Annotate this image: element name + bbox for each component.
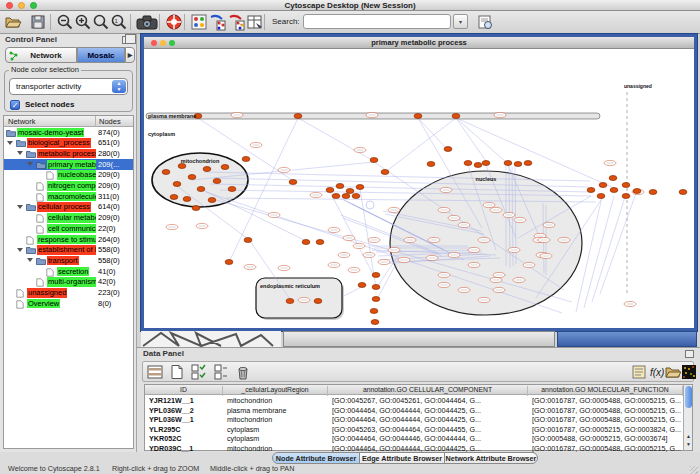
- search-config-icon[interactable]: [476, 13, 494, 31]
- node[interactable]: [192, 206, 200, 211]
- edge[interactable]: [592, 197, 625, 302]
- tree-row-label[interactable]: secretion: [57, 267, 89, 277]
- column-header[interactable]: _cellularLayoutRegion: [223, 386, 328, 396]
- expand-arrow-icon[interactable]: [17, 151, 23, 155]
- node[interactable]: [444, 147, 452, 152]
- tree-row-label[interactable]: nucleobase-: [57, 170, 96, 180]
- table-row[interactable]: YPL036W__1mitochondrion[GO:0044464, GO:0…: [145, 415, 683, 425]
- combobox-stepper[interactable]: ▲▼: [112, 80, 126, 93]
- node[interactable]: [208, 198, 216, 203]
- cell-region[interactable]: plasma membrane: [227, 406, 326, 416]
- tree-row[interactable]: transport558(0): [4, 255, 133, 266]
- node[interactable]: [464, 161, 472, 166]
- node[interactable]: [244, 238, 252, 243]
- background-window-middle[interactable]: [283, 331, 555, 347]
- node[interactable]: [352, 194, 360, 199]
- tree-row-label[interactable]: Overview: [27, 299, 60, 309]
- node[interactable]: [286, 299, 294, 304]
- tree-row[interactable]: unassigned223(0): [4, 288, 133, 299]
- node[interactable]: [326, 188, 334, 193]
- node[interactable]: [197, 187, 205, 192]
- tree-row-label[interactable]: biological_process: [27, 138, 91, 148]
- node[interactable]: [336, 184, 344, 189]
- tree-row[interactable]: secretion41(0): [4, 266, 133, 277]
- node[interactable]: [414, 114, 422, 119]
- tree-row-label[interactable]: metabolic process: [37, 149, 96, 159]
- tree-row[interactable]: establishment of lo558(0): [4, 245, 133, 256]
- node[interactable]: [170, 195, 178, 200]
- tree-row[interactable]: multi-organism pro42(0): [4, 277, 133, 288]
- tree-row[interactable]: Overview8(0): [4, 298, 133, 309]
- save-icon[interactable]: [29, 13, 47, 31]
- snapshot-icon[interactable]: [136, 13, 154, 31]
- node[interactable]: [372, 273, 380, 278]
- cell-mf[interactable]: [GO:0005488, GO:0005215, GO:0003674]: [532, 434, 681, 444]
- background-window-left[interactable]: [141, 331, 281, 347]
- open-icon[interactable]: [4, 13, 22, 31]
- search-input[interactable]: [303, 14, 451, 29]
- node[interactable]: [474, 163, 482, 168]
- node[interactable]: [381, 170, 389, 175]
- cell-cc[interactable]: [GO:0045267, GO:0045261, GO:0044464, G..…: [332, 396, 526, 406]
- column-header[interactable]: annotation.GO MOLECULAR_FUNCTION: [528, 386, 683, 396]
- tree-row-label[interactable]: establishment of lo: [37, 245, 96, 255]
- cell-cc[interactable]: [GO:0044464, GO:0044444, GO:0044425, G..…: [332, 415, 526, 425]
- select-attr-a-icon[interactable]: [191, 364, 207, 380]
- tree-row[interactable]: cellular process614(0): [4, 202, 133, 213]
- frame-close-button[interactable]: [151, 40, 157, 46]
- edge[interactable]: [298, 118, 372, 160]
- node[interactable]: [162, 170, 170, 175]
- cell-mf[interactable]: [GO:0016787, GO:0005488, GO:0005215, G..…: [532, 396, 681, 406]
- table-row[interactable]: YLR295Ccytoplasm[GO:0045263, GO:0044464,…: [145, 425, 683, 435]
- tree-row-label[interactable]: mosaic-demo-yeast: [17, 128, 84, 138]
- frame-zoom-button[interactable]: [169, 40, 175, 46]
- tree-row[interactable]: nucleobase-209(0): [4, 170, 133, 181]
- node[interactable]: [358, 283, 366, 288]
- fx-icon[interactable]: f(x): [649, 364, 665, 380]
- tree-row-label[interactable]: cellular process: [37, 202, 91, 212]
- layout-blue-icon[interactable]: [208, 13, 226, 31]
- float-panel-icon[interactable]: [122, 36, 131, 44]
- node[interactable]: [649, 190, 657, 195]
- expand-arrow-icon[interactable]: [7, 141, 13, 145]
- tree-row-label[interactable]: cellular metabol: [47, 213, 96, 223]
- frame-minimize-button[interactable]: [160, 40, 166, 46]
- node[interactable]: [610, 188, 618, 193]
- node[interactable]: [452, 114, 460, 119]
- close-button[interactable]: [6, 2, 13, 9]
- table-bands-icon[interactable]: [147, 364, 163, 380]
- cell-region[interactable]: mitochondrion: [227, 396, 326, 406]
- node[interactable]: [599, 183, 607, 188]
- node[interactable]: [203, 167, 211, 172]
- expand-arrow-icon[interactable]: [17, 205, 23, 209]
- node[interactable]: [370, 309, 378, 314]
- self-loop-edge[interactable]: [366, 201, 374, 209]
- tree-row[interactable]: cellular metabol209(0): [4, 213, 133, 224]
- column-header[interactable]: annotation.GO CELLULAR_COMPONENT: [328, 386, 528, 396]
- tree-row[interactable]: macromolecule311(0): [4, 191, 133, 202]
- network-window-titlebar[interactable]: primary metabolic process: [144, 37, 694, 49]
- tree-row[interactable]: biological_process651(0): [4, 138, 133, 149]
- scrollbar-thumb[interactable]: [685, 386, 692, 408]
- expand-arrow-icon[interactable]: [27, 258, 33, 262]
- tab-edge-attribute-browser[interactable]: Edge Attribute Browser: [359, 452, 445, 464]
- tab-node-attribute-browser[interactable]: Node Attribute Browser: [272, 452, 360, 464]
- cell-mf[interactable]: [GO:0016787, GO:0005488, GO:0005215, G..…: [532, 415, 681, 425]
- zoom-actual-icon[interactable]: 1: [110, 13, 128, 31]
- cell-id[interactable]: YPL036W__1: [149, 415, 221, 425]
- cell-cc[interactable]: [GO:0044464, GO:0044444, GO:0044425, G..…: [332, 406, 526, 416]
- node[interactable]: [188, 175, 196, 180]
- layout-red-icon[interactable]: [227, 13, 245, 31]
- network-canvas[interactable]: plasma membranecytoplasmunassignedmitoch…: [144, 50, 694, 329]
- node[interactable]: [514, 162, 522, 167]
- network-window[interactable]: primary metabolic process plasma membran…: [141, 34, 697, 331]
- select-attr-b-icon[interactable]: [213, 364, 229, 380]
- tab-mosaic[interactable]: Mosaic: [77, 47, 125, 63]
- table-row[interactable]: YJR121W__1mitochondrion[GO:0045267, GO:0…: [145, 396, 683, 406]
- tab-overflow-button[interactable]: ▶: [125, 47, 135, 63]
- tree-row-label[interactable]: cell communicat: [47, 224, 96, 234]
- tree-row-label[interactable]: unassigned: [27, 288, 67, 298]
- tree-row[interactable]: metabolic process280(0): [4, 148, 133, 159]
- tree-row[interactable]: cell communicat22(0): [4, 223, 133, 234]
- zoom-fit-icon[interactable]: [92, 13, 110, 31]
